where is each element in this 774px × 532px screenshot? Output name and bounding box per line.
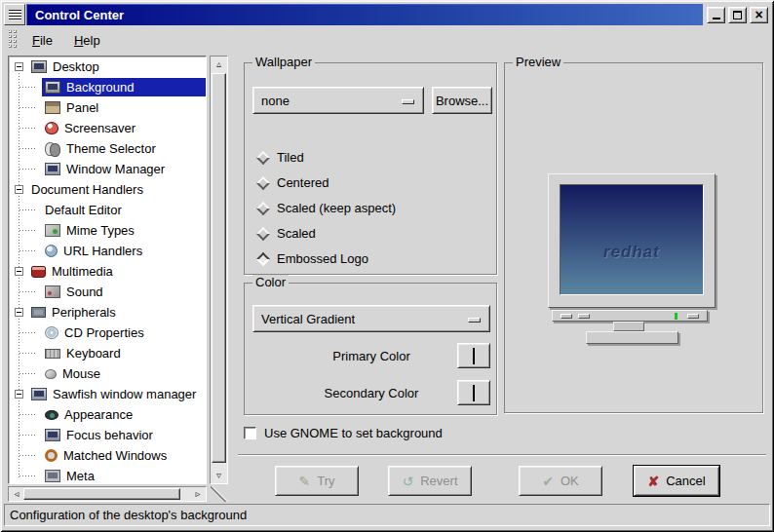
tree-item-multimedia[interactable]: Multimedia — [9, 261, 206, 282]
expander-minus-icon[interactable] — [15, 267, 23, 276]
tree-line — [9, 445, 42, 466]
menu-file[interactable]: File — [24, 31, 60, 50]
tree-item-label: Default Editor — [45, 203, 122, 217]
tree-item-meta[interactable]: Meta — [9, 466, 206, 484]
radio-button-icon — [256, 150, 270, 164]
monitor-base — [586, 331, 678, 344]
tree-item-sawfish-window-manager[interactable]: Sawfish window manager — [9, 384, 206, 404]
window-title: Control Center — [35, 8, 124, 22]
tree-item-default-editor[interactable]: Default Editor — [9, 200, 206, 220]
preview-monitor: redhat — [548, 173, 716, 308]
tree-item-mouse[interactable]: Mouse — [9, 363, 206, 384]
secondary-color-label: Secondary Color — [252, 386, 490, 400]
tree-item-matched-windows[interactable]: Matched Windows — [9, 445, 206, 466]
tree-item-content: Focus behavior — [42, 426, 206, 444]
tree-item-focus-behavior[interactable]: Focus behavior — [9, 425, 206, 445]
tree-item-peripherals[interactable]: Peripherals — [9, 302, 206, 323]
maximize-button[interactable] — [728, 7, 747, 23]
primary-color-swatch[interactable] — [457, 343, 490, 368]
monitor-button-icon — [687, 314, 699, 319]
tree-item-content: Sound — [42, 283, 206, 301]
tree-item-content: Default Editor — [42, 201, 206, 219]
tree-item-window-manager[interactable]: Window Manager — [9, 159, 206, 179]
expander-minus-icon[interactable] — [15, 185, 23, 194]
dropdown-indicator-icon — [402, 99, 414, 104]
tree-line — [9, 323, 42, 343]
try-icon: ✎ — [298, 475, 310, 488]
tree-item-content: Document Handlers — [28, 180, 206, 199]
wallpaper-file-value: none — [261, 94, 290, 108]
wallpaper-frame: Wallpaper none Browse... TiledCenteredSc… — [244, 62, 497, 275]
radio-label: Tiled — [277, 150, 304, 165]
minimize-button[interactable] — [707, 7, 725, 23]
url-handlers-icon — [45, 245, 58, 257]
titlebar-gradient[interactable]: Control Center — [26, 4, 703, 25]
tree-item-keyboard[interactable]: Keyboard — [9, 343, 206, 363]
tree-item-content: Meta — [42, 467, 206, 484]
horizontal-scrollbar-thumb[interactable] — [23, 488, 180, 500]
expander-minus-icon[interactable] — [15, 62, 23, 71]
menubar: File Help — [4, 27, 770, 53]
try-button[interactable]: ✎Try — [275, 466, 359, 496]
power-led-icon — [675, 313, 677, 320]
window-controls: × — [703, 4, 770, 25]
tree-item-content: Window Manager — [42, 160, 206, 178]
browse-button[interactable]: Browse... — [432, 87, 492, 114]
window-menu-icon — [9, 10, 21, 20]
tree-item-content: Theme Selector — [42, 139, 206, 158]
expander-minus-icon[interactable] — [15, 390, 23, 399]
resize-grip-icon[interactable] — [211, 486, 228, 502]
radio-embossed-logo[interactable]: Embossed Logo — [256, 248, 488, 269]
scroll-right-icon[interactable]: ▹ — [191, 487, 205, 501]
radio-centered[interactable]: Centered — [256, 172, 488, 193]
tree-item-document-handlers[interactable]: Document Handlers — [9, 179, 206, 200]
titlebar: Control Center × — [4, 4, 770, 25]
tree-item-cd-properties[interactable]: CD Properties — [9, 323, 206, 343]
matched-windows-icon — [45, 449, 58, 462]
vertical-scrollbar-thumb[interactable] — [212, 73, 226, 463]
primary-color-label: Primary Color — [252, 349, 490, 363]
tree-item-appearance[interactable]: Appearance — [9, 404, 206, 425]
screensaver-icon — [45, 122, 58, 134]
tree-item-content: Mouse — [42, 364, 206, 383]
expander-minus-icon[interactable] — [15, 308, 23, 317]
tree-item-label: CD Properties — [64, 325, 144, 340]
tree-item-panel[interactable]: Panel — [9, 97, 206, 118]
scroll-left-icon[interactable]: ◃ — [10, 487, 23, 501]
secondary-color-swatch[interactable] — [457, 380, 490, 405]
tree-item-url-handlers[interactable]: URL Handlers — [9, 241, 206, 261]
tree-item-label: Focus behavior — [66, 428, 153, 442]
tree-item-desktop[interactable]: Desktop — [9, 57, 206, 77]
gradient-type-select[interactable]: Vertical Gradient — [252, 305, 490, 332]
tree-line — [9, 77, 42, 97]
scroll-up-icon[interactable]: ▵ — [211, 57, 227, 71]
ok-button[interactable]: ✔OK — [519, 466, 602, 496]
wallpaper-file-select[interactable]: none — [252, 87, 424, 114]
theme-selector-icon — [45, 142, 60, 155]
tree-vertical-scrollbar[interactable]: ▵ ▿ — [210, 56, 228, 484]
menubar-grip[interactable] — [9, 30, 19, 50]
use-gnome-row: Use GNOME to set background — [244, 426, 443, 440]
tree-item-content: Background — [42, 78, 206, 96]
close-button[interactable]: × — [750, 7, 768, 23]
window-menu-button[interactable] — [4, 4, 25, 25]
tree-item-theme-selector[interactable]: Theme Selector — [9, 138, 206, 159]
mime-types-icon — [45, 224, 60, 237]
menu-help[interactable]: Help — [66, 31, 108, 50]
tree-line — [9, 466, 42, 484]
tree-line — [9, 241, 42, 261]
radio-tiled[interactable]: Tiled — [256, 147, 488, 168]
use-gnome-checkbox[interactable] — [244, 427, 256, 439]
tree-item-sound[interactable]: Sound — [9, 282, 206, 302]
tree-item-screensaver[interactable]: Screensaver — [9, 118, 206, 138]
revert-button[interactable]: ↺Revert — [388, 466, 472, 496]
radio-scaled[interactable]: Scaled — [256, 223, 488, 244]
tree-item-mime-types[interactable]: Mime Types — [9, 220, 206, 241]
action-button-row: ✎Try↺Revert✔OK✘Cancel — [238, 466, 770, 496]
tree-horizontal-scrollbar[interactable]: ◃ ▹ — [8, 486, 207, 502]
cancel-button[interactable]: ✘Cancel — [634, 466, 719, 496]
radio-scaled-keep-aspect[interactable]: Scaled (keep aspect) — [256, 198, 488, 218]
scroll-down-icon[interactable]: ▿ — [211, 469, 227, 482]
tree-item-background[interactable]: Background — [9, 77, 206, 97]
monitor-front-panel — [552, 310, 708, 322]
